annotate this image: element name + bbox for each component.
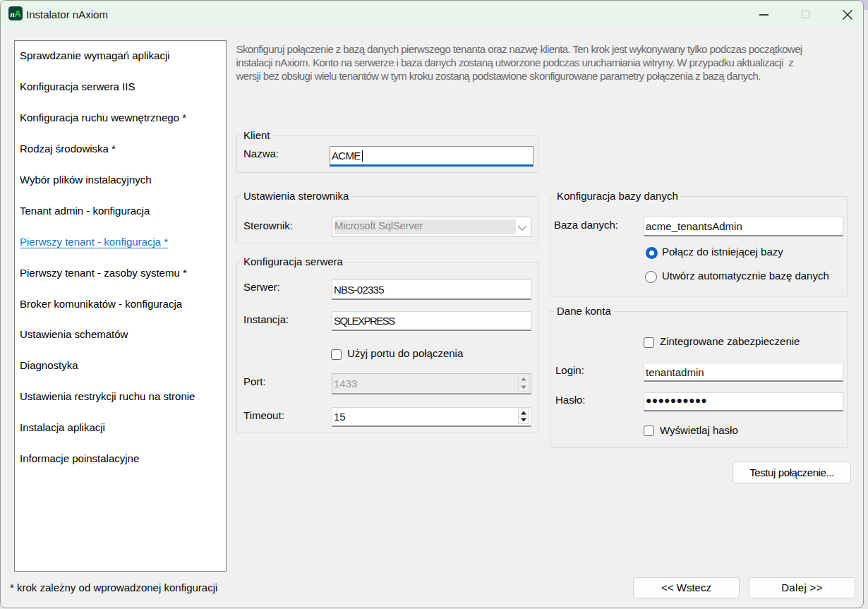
svg-text:A: A: [15, 8, 22, 19]
